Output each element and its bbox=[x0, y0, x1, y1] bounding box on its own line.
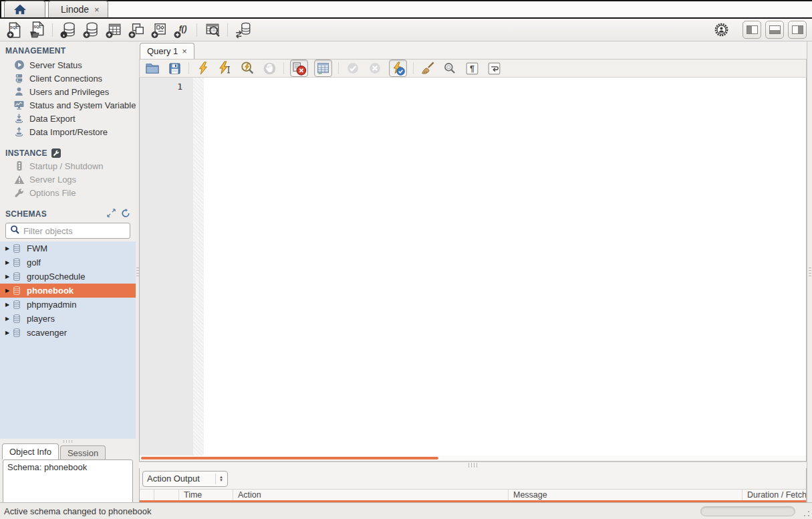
user-gear-icon[interactable] bbox=[713, 22, 729, 38]
database-icon bbox=[11, 286, 22, 296]
output-column-header[interactable] bbox=[140, 490, 154, 500]
schema-item-phonebook[interactable]: ▶ phonebook bbox=[0, 284, 136, 298]
panel-toggle-button-toggle-right-sidebar[interactable] bbox=[788, 21, 807, 39]
expander-triangle-icon[interactable]: ▶ bbox=[3, 260, 11, 266]
expander-triangle-icon[interactable]: ▶ bbox=[3, 316, 11, 322]
db-plus-icon-create-schema[interactable] bbox=[82, 21, 100, 39]
db-info-icon-inspect-database[interactable] bbox=[59, 21, 77, 39]
sidebar-item-data-export[interactable]: Data Export bbox=[0, 112, 136, 125]
proc-plus-icon-create-procedure[interactable] bbox=[150, 21, 168, 39]
resize-grip-icon[interactable] bbox=[803, 510, 810, 517]
output-column-header[interactable]: Time bbox=[179, 490, 233, 500]
scrollbar-thumb[interactable] bbox=[141, 457, 438, 459]
sidebar-item-data-import[interactable]: Data Import/Restore bbox=[0, 125, 136, 138]
expander-triangle-icon[interactable]: ▶ bbox=[3, 288, 11, 294]
user-icon bbox=[13, 86, 25, 97]
toolbar-separator bbox=[338, 62, 339, 74]
sidebar-item-server-logs[interactable]: Server Logs bbox=[0, 173, 136, 186]
output-column-header[interactable] bbox=[154, 490, 179, 500]
view-plus-icon-create-view[interactable] bbox=[127, 21, 145, 39]
expander-triangle-icon[interactable]: ▶ bbox=[3, 330, 11, 336]
database-icon bbox=[11, 328, 22, 338]
sidebar: MANAGEMENT Server Status Client Connecti… bbox=[0, 41, 136, 502]
mag-bolt-icon-explain-plan[interactable] bbox=[239, 60, 255, 76]
sidebar-splitter[interactable] bbox=[0, 439, 136, 443]
db-reconnect-icon-reconnect-dbms[interactable] bbox=[234, 21, 252, 39]
stop-hand-icon-stop-execution[interactable] bbox=[261, 60, 277, 76]
schema-item-phpmyadmin[interactable]: ▶ phpmyadmin bbox=[0, 298, 136, 312]
panel-toggle-button-toggle-bottom-area[interactable] bbox=[765, 21, 784, 39]
sql-editor[interactable]: 1 bbox=[139, 78, 807, 461]
doc-plus-icon-new-sql-tab[interactable]: SQL bbox=[5, 21, 23, 39]
expand-panel-icon[interactable] bbox=[107, 209, 116, 219]
editor-text-area[interactable] bbox=[204, 78, 806, 461]
folder-icon-open-script-file[interactable] bbox=[144, 60, 160, 76]
main-toolbar: SQLSQLf() bbox=[0, 19, 812, 41]
broom-icon-clear-query[interactable] bbox=[420, 60, 436, 76]
schema-item-FWM[interactable]: ▶ FWM bbox=[0, 241, 136, 255]
query-tab-close-icon[interactable]: × bbox=[182, 46, 187, 56]
database-icon bbox=[11, 272, 22, 282]
spinner-arrows-icon[interactable]: ▲▼ bbox=[215, 474, 223, 484]
schema-item-scavenger[interactable]: ▶ scavenger bbox=[0, 326, 136, 340]
window-tab-home[interactable] bbox=[4, 1, 45, 17]
stop-on-error-icon-toggle-stop-on-error[interactable] bbox=[290, 60, 308, 77]
grid-limit-icon-toggle-limit-rows[interactable] bbox=[314, 60, 332, 77]
horizontal-splitter[interactable] bbox=[139, 461, 807, 468]
bolt-icon-execute-script[interactable] bbox=[195, 60, 211, 76]
table-plus-icon-create-table[interactable] bbox=[104, 21, 122, 39]
editor-horizontal-scrollbar[interactable] bbox=[140, 455, 806, 461]
refresh-schemas-icon[interactable] bbox=[121, 209, 130, 220]
info-tab-session[interactable]: Session bbox=[60, 445, 106, 459]
right-edge-splitter[interactable] bbox=[807, 41, 812, 502]
home-icon bbox=[13, 3, 27, 15]
pilcrow-icon-show-invisibles[interactable]: ¶ bbox=[464, 60, 480, 76]
sidebar-item-client-connections[interactable]: Client Connections bbox=[0, 72, 136, 85]
sidebar-item-options-file[interactable]: Options File bbox=[0, 186, 136, 199]
schema-item-groupSchedule[interactable]: ▶ groupSchedule bbox=[0, 270, 136, 284]
sidebar-item-server-status[interactable]: Server Status bbox=[0, 58, 136, 72]
schema-name: scavenger bbox=[27, 328, 67, 338]
schema-name: FWM bbox=[27, 243, 47, 253]
output-column-header[interactable]: Duration / Fetch bbox=[742, 490, 806, 500]
schema-item-golf[interactable]: ▶ golf bbox=[0, 255, 136, 270]
panel-toggle-button-toggle-left-sidebar[interactable] bbox=[742, 21, 761, 39]
info-tab-object-info[interactable]: Object Info bbox=[2, 443, 59, 459]
tab-close-icon[interactable]: × bbox=[94, 5, 100, 15]
sidebar-item-label: Users and Privileges bbox=[29, 87, 109, 97]
output-column-header[interactable]: Message bbox=[509, 490, 742, 500]
object-info-text: Schema: phonebook bbox=[7, 462, 87, 472]
wrench-icon bbox=[13, 187, 25, 198]
search-table-icon-search-table-data[interactable] bbox=[203, 21, 221, 39]
save-icon-save-script[interactable] bbox=[166, 60, 182, 76]
sidebar-item-startup-shutdown[interactable]: Startup / Shutdown bbox=[0, 159, 136, 173]
wrap-icon-toggle-word-wrap[interactable] bbox=[486, 60, 502, 76]
schema-item-players[interactable]: ▶ players bbox=[0, 312, 136, 326]
database-icon bbox=[11, 257, 22, 268]
query-tab[interactable]: Query 1 × bbox=[140, 43, 194, 59]
expander-triangle-icon[interactable]: ▶ bbox=[3, 302, 11, 308]
svg-text:SQL: SQL bbox=[10, 25, 18, 29]
output-selector-dropdown[interactable]: Action Output ▲▼ bbox=[142, 471, 228, 487]
func-plus-icon-create-function[interactable]: f() bbox=[172, 21, 190, 39]
rollback-x-icon-rollback[interactable] bbox=[367, 60, 383, 76]
commit-check-icon-commit[interactable] bbox=[345, 60, 361, 76]
sidebar-item-label: Data Export bbox=[29, 114, 76, 124]
magnifier-icon-find[interactable] bbox=[442, 60, 458, 76]
sidebar-item-label: Data Import/Restore bbox=[29, 127, 108, 137]
bolt-cursor-icon-execute-current-statement[interactable] bbox=[217, 60, 233, 76]
sidebar-item-status-variables[interactable]: Status and System Variables bbox=[0, 98, 136, 112]
schema-filter-input[interactable]: Filter objects bbox=[5, 223, 130, 239]
line-number-gutter: 1 bbox=[140, 78, 193, 461]
sidebar-item-users-privileges[interactable]: Users and Privileges bbox=[0, 85, 136, 98]
toolbar-separator bbox=[283, 62, 284, 74]
output-column-header[interactable]: Action bbox=[233, 490, 509, 500]
autocommit-icon-toggle-autocommit[interactable] bbox=[389, 60, 407, 77]
expander-triangle-icon[interactable]: ▶ bbox=[3, 274, 11, 280]
window-tab-linode[interactable]: Linode × bbox=[48, 1, 108, 17]
expander-triangle-icon[interactable]: ▶ bbox=[3, 245, 11, 251]
wrench-badge-icon bbox=[51, 148, 61, 158]
doc-open-icon-open-sql-script[interactable]: SQL bbox=[28, 21, 46, 39]
toolbar-separator bbox=[196, 23, 197, 37]
status-bar: Active schema changed to phonebook bbox=[0, 502, 812, 519]
